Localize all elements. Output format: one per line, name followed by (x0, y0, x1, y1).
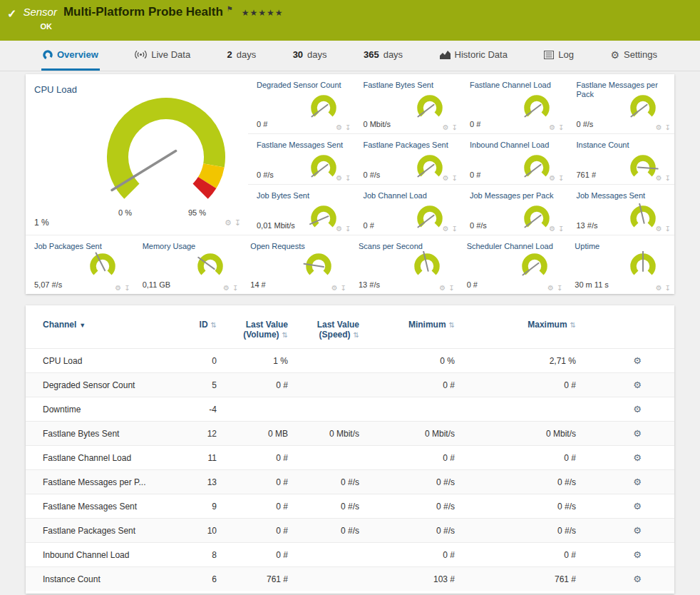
gauge-value: 0 #/s (364, 171, 381, 179)
gear-icon[interactable]: ⚙ (336, 225, 342, 233)
column-header-last-value-volume[interactable]: Last Value (Volume)⇅ (225, 305, 297, 349)
gear-icon[interactable]: ⚙ (439, 284, 446, 292)
pin-icon[interactable]: ↧ (557, 284, 562, 292)
gauge-cell: Job Channel Load0 #⚙↧ (355, 185, 462, 235)
gear-icon[interactable]: ⚙ (223, 284, 230, 292)
cell-actions: ⚙↧ (336, 123, 351, 131)
gauge (414, 203, 446, 235)
gear-icon[interactable]: ⚙ (331, 284, 338, 292)
cell-actions: ⚙ (596, 349, 674, 373)
gear-icon[interactable]: ⚙ (547, 284, 554, 292)
gauge-scale-min: 0 % (118, 208, 132, 217)
gear-icon[interactable]: ⚙ (549, 123, 555, 131)
channel-row[interactable]: Fastlane Messages per P...130 #0 #/s0 #/… (26, 470, 674, 494)
channel-settings-icon[interactable]: ⚙ (633, 501, 642, 512)
gauge-value: 0 #/s (470, 221, 487, 230)
channel-row[interactable]: Degraded Sensor Count50 #0 #0 #⚙ (26, 373, 674, 397)
tab-2-days[interactable]: 2 days (226, 41, 258, 71)
channel-row[interactable]: Fastlane Bytes Sent120 MB0 Mbit/s0 Mbit/… (26, 422, 674, 446)
channel-row[interactable]: Downtime-4⚙ (26, 397, 674, 422)
pin-icon[interactable]: ↧ (665, 123, 671, 131)
pin-icon[interactable]: ↧ (448, 284, 454, 292)
channel-row[interactable]: Fastlane Channel Load110 #0 #0 #⚙ (26, 446, 674, 470)
gear-icon[interactable]: ⚙ (656, 284, 662, 292)
gauge-cell: Uptime30 m 11 s⚙↧ (566, 235, 674, 294)
channel-settings-icon[interactable]: ⚙ (633, 574, 642, 584)
tab-live-data[interactable]: Live Data (133, 41, 192, 71)
channel-row[interactable]: CPU Load01 %0 %2,71 %⚙ (26, 349, 674, 373)
tab-30-days[interactable]: 30 days (292, 41, 329, 71)
gauge-cell-cpu-load: CPU Load 0 % 95 % 1 % ⚙ ↧ (26, 74, 248, 235)
cell-speed (297, 446, 368, 470)
pin-icon[interactable]: ↧ (665, 174, 671, 182)
pin-icon[interactable]: ↧ (452, 225, 458, 233)
pin-icon[interactable]: ↧ (345, 174, 351, 182)
gear-icon[interactable]: ⚙ (443, 174, 449, 182)
channel-settings-icon[interactable]: ⚙ (633, 428, 642, 439)
channel-settings-icon[interactable]: ⚙ (633, 525, 642, 536)
tab-number: 365 (364, 49, 379, 60)
cell-actions: ⚙↧ (443, 225, 458, 233)
gear-icon[interactable]: ⚙ (549, 225, 555, 233)
pin-icon[interactable]: ↧ (235, 218, 241, 228)
gear-icon[interactable]: ⚙ (656, 123, 662, 131)
channel-row[interactable]: Fastlane Packages Sent100 #0 #/s0 #/s0 #… (26, 519, 674, 543)
pin-icon[interactable]: ↧ (665, 225, 671, 233)
column-header-minimum[interactable]: Minimum⇅ (368, 305, 475, 349)
column-header-last-value-speed[interactable]: Last Value (Speed)⇅ (297, 305, 368, 349)
pin-icon[interactable]: ↧ (124, 284, 130, 292)
tab-365-days[interactable]: 365 days (362, 41, 404, 71)
gear-icon[interactable]: ⚙ (336, 174, 342, 182)
channel-row[interactable]: Instance Count6761 #103 #761 #⚙ (26, 567, 674, 591)
gauge-title: Fastlane Messages Sent (248, 134, 355, 150)
pin-icon[interactable]: ↧ (558, 123, 564, 131)
gear-icon[interactable]: ⚙ (225, 218, 232, 228)
channel-settings-icon[interactable]: ⚙ (633, 380, 642, 390)
pin-icon[interactable]: ↧ (558, 174, 564, 182)
gear-icon[interactable]: ⚙ (443, 225, 449, 233)
gear-icon[interactable]: ⚙ (656, 174, 662, 182)
gauge (411, 251, 443, 285)
column-header-maximum[interactable]: Maximum⇅ (475, 305, 596, 349)
channel-row[interactable]: Inbound Channel Load80 #0 #0 #⚙ (26, 543, 674, 567)
pin-icon[interactable]: ↧ (341, 284, 346, 292)
pin-icon[interactable]: ↧ (665, 284, 671, 292)
pin-icon[interactable]: ↧ (345, 225, 351, 233)
tab-label: Overview (57, 49, 98, 60)
channel-settings-icon[interactable]: ⚙ (633, 404, 642, 415)
pin-icon[interactable]: ↧ (232, 284, 238, 292)
channel-row[interactable]: Fastlane Messages Sent90 #0 #/s0 #/s0 #/… (26, 494, 674, 519)
gauge (521, 153, 552, 185)
tab-label: Log (558, 49, 574, 60)
flag-icon[interactable]: ⚑ (227, 5, 233, 13)
cell-volume: 0 # (225, 543, 297, 567)
column-header-id[interactable]: ID⇅ (175, 305, 225, 349)
channel-settings-icon[interactable]: ⚙ (633, 355, 642, 366)
gauge-title: Fastlane Packages Sent (355, 134, 462, 150)
pin-icon[interactable]: ↧ (452, 123, 458, 131)
cell-speed (297, 567, 368, 591)
gear-icon[interactable]: ⚙ (549, 174, 555, 182)
channel-settings-icon[interactable]: ⚙ (633, 549, 642, 560)
tab-log[interactable]: Log (542, 41, 575, 71)
tab-overview[interactable]: Overview (41, 41, 100, 71)
tab-settings[interactable]: ⚙ Settings (609, 41, 659, 71)
pin-icon[interactable]: ↧ (558, 225, 564, 233)
cell-speed: 0 #/s (297, 470, 368, 494)
gear-icon[interactable]: ⚙ (443, 123, 449, 131)
priority-stars[interactable]: ★★★★★ (242, 8, 284, 18)
tab-number: 2 (227, 49, 232, 60)
cell-actions: ⚙↧ (656, 284, 671, 292)
column-header-channel[interactable]: Channel▼ (26, 305, 175, 349)
gear-icon[interactable]: ⚙ (656, 225, 662, 233)
sort-icon: ⇅ (570, 321, 576, 329)
pin-icon[interactable]: ↧ (345, 123, 351, 131)
tab-number: 30 (293, 49, 303, 60)
gear-icon[interactable]: ⚙ (336, 123, 342, 131)
channel-settings-icon[interactable]: ⚙ (633, 452, 642, 463)
tab-historic-data[interactable]: Historic Data (438, 41, 509, 71)
gear-icon[interactable]: ⚙ (115, 284, 121, 292)
cell-channel: Instance Count (26, 567, 175, 591)
pin-icon[interactable]: ↧ (452, 174, 458, 182)
channel-settings-icon[interactable]: ⚙ (633, 477, 642, 487)
